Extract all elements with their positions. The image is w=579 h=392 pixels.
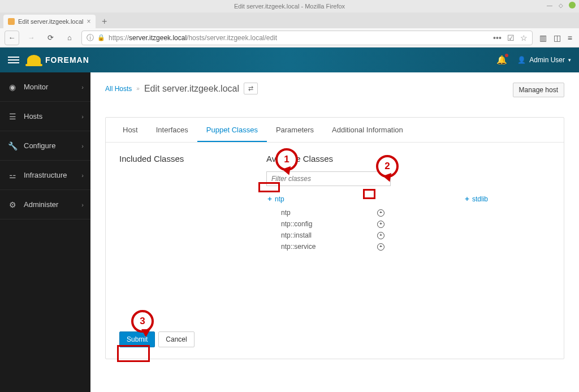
sidebar-item-label: Administer bbox=[24, 200, 58, 209]
subclass-row: ntp::service + bbox=[281, 241, 384, 252]
sidebar-item-monitor[interactable]: ◉ Monitor › bbox=[0, 72, 90, 102]
class-group-label: ntp bbox=[275, 195, 284, 203]
subclass-label: ntp::install bbox=[281, 230, 321, 241]
brand-text: FOREMAN bbox=[45, 55, 89, 64]
url-text: https://server.itzgeek.local/hosts/serve… bbox=[109, 34, 277, 42]
forward-button[interactable]: → bbox=[24, 31, 38, 45]
subclass-row: ntp::install + bbox=[281, 230, 384, 241]
add-class-button[interactable]: + bbox=[377, 232, 384, 239]
lock-icon: 🔒 bbox=[97, 34, 105, 41]
tab-close-icon[interactable]: × bbox=[87, 18, 91, 25]
tab-interfaces[interactable]: Interfaces bbox=[147, 118, 197, 142]
chevron-right-icon: › bbox=[81, 172, 84, 179]
tab-additional-info[interactable]: Additional Information bbox=[323, 118, 412, 142]
manage-host-button[interactable]: Manage host bbox=[513, 83, 564, 97]
sidebar-item-label: Infrastructure bbox=[24, 171, 67, 179]
filter-classes-input[interactable] bbox=[266, 171, 391, 186]
plus-icon: ＋ bbox=[464, 194, 470, 204]
sidebar-item-infrastructure[interactable]: ⚍ Infrastructure › bbox=[0, 161, 90, 190]
new-tab-button[interactable]: + bbox=[98, 15, 111, 28]
wrench-icon: 🔧 bbox=[8, 141, 17, 150]
available-classes-column: Available Classes ＋ ntp ntp + bbox=[266, 154, 550, 307]
reload-button[interactable]: ⟳ bbox=[43, 31, 58, 45]
sidebar-item-label: Monitor bbox=[24, 83, 48, 91]
browser-tabstrip: Edit server.itzgeek.local × + bbox=[0, 12, 579, 28]
chevron-right-icon: › bbox=[81, 113, 84, 120]
breadcrumb-parent-link[interactable]: All Hosts bbox=[105, 85, 132, 93]
site-info-icon[interactable]: ⓘ bbox=[87, 33, 94, 43]
brand-logo[interactable]: FOREMAN bbox=[27, 55, 89, 65]
switch-breadcrumb-button[interactable]: ⇄ bbox=[244, 83, 258, 94]
browser-toolbar: ← → ⟳ ⌂ ⓘ 🔒 https://server.itzgeek.local… bbox=[0, 28, 579, 48]
add-class-button[interactable]: + bbox=[377, 221, 384, 228]
tabs: Host Interfaces Puppet Classes Parameter… bbox=[106, 118, 564, 143]
window-minimize-icon[interactable]: — bbox=[546, 2, 553, 8]
url-bar[interactable]: ⓘ 🔒 https://server.itzgeek.local/hosts/s… bbox=[81, 31, 533, 45]
tab-puppet-classes[interactable]: Puppet Classes bbox=[197, 118, 267, 142]
gear-icon: ⚙ bbox=[8, 200, 17, 209]
cancel-button[interactable]: Cancel bbox=[158, 331, 194, 347]
subclass-row: ntp + bbox=[281, 207, 384, 218]
tab-host[interactable]: Host bbox=[114, 118, 147, 142]
nav-toggle-button[interactable] bbox=[8, 55, 19, 65]
sidebar-item-label: Hosts bbox=[24, 112, 42, 120]
breadcrumb: All Hosts » Edit server.itzgeek.local ⇄ bbox=[105, 83, 513, 94]
included-classes-heading: Included Classes bbox=[119, 154, 232, 163]
sidebar-item-label: Configure bbox=[24, 141, 55, 150]
class-group-label: stdlib bbox=[472, 195, 488, 203]
expand-ntp-link[interactable]: ＋ ntp bbox=[266, 194, 284, 204]
library-icon[interactable]: ▥ bbox=[539, 33, 547, 42]
host-edit-card: Host Interfaces Puppet Classes Parameter… bbox=[105, 117, 564, 359]
plus-icon: ＋ bbox=[266, 194, 273, 204]
tab-parameters[interactable]: Parameters bbox=[267, 118, 323, 142]
subclass-row: ntp::config + bbox=[281, 218, 384, 230]
chevron-right-icon: › bbox=[81, 84, 84, 91]
sidebar-item-hosts[interactable]: ☰ Hosts › bbox=[0, 102, 90, 131]
chevron-right-icon: › bbox=[81, 143, 84, 149]
home-button[interactable]: ⌂ bbox=[62, 31, 77, 45]
page-actions-icon[interactable]: ••• bbox=[493, 33, 502, 42]
add-class-button[interactable]: + bbox=[377, 209, 384, 217]
user-menu[interactable]: 👤 Admin User ▾ bbox=[517, 56, 571, 64]
sidebar-item-administer[interactable]: ⚙ Administer › bbox=[0, 190, 90, 219]
sidebar-toggle-icon[interactable]: ◫ bbox=[554, 33, 561, 42]
add-class-button[interactable]: + bbox=[377, 243, 384, 251]
subclass-label: ntp::service bbox=[281, 241, 321, 252]
tab-title: Edit server.itzgeek.local bbox=[18, 18, 84, 25]
subclass-label: ntp bbox=[281, 207, 321, 218]
browser-menu-icon[interactable]: ≡ bbox=[568, 33, 572, 42]
class-group-stdlib: ＋ stdlib bbox=[464, 194, 488, 252]
network-icon: ⚍ bbox=[8, 171, 17, 180]
subclass-label: ntp::config bbox=[281, 218, 321, 230]
chevron-down-icon: ▾ bbox=[568, 57, 571, 63]
bookmark-icon[interactable]: ☆ bbox=[520, 33, 528, 42]
sidebar-item-configure[interactable]: 🔧 Configure › bbox=[0, 131, 90, 161]
dashboard-icon: ◉ bbox=[8, 83, 17, 92]
sidebar: ◉ Monitor › ☰ Hosts › 🔧 Configure › ⚍ In… bbox=[0, 72, 90, 392]
back-button[interactable]: ← bbox=[5, 31, 19, 45]
tab-favicon-icon bbox=[8, 18, 15, 25]
breadcrumb-separator: » bbox=[136, 85, 140, 92]
app-header: FOREMAN 🔔 👤 Admin User ▾ bbox=[0, 48, 579, 72]
notifications-icon[interactable]: 🔔 bbox=[496, 55, 507, 65]
window-title: Edit server.itzgeek.local - Mozilla Fire… bbox=[234, 3, 345, 10]
submit-button[interactable]: Submit bbox=[119, 331, 155, 347]
expand-stdlib-link[interactable]: ＋ stdlib bbox=[464, 194, 488, 204]
reader-icon[interactable]: ☑ bbox=[507, 33, 515, 42]
available-classes-heading: Available Classes bbox=[266, 154, 550, 163]
window-maximize-icon[interactable]: ◇ bbox=[558, 2, 564, 8]
browser-tab[interactable]: Edit server.itzgeek.local × bbox=[3, 15, 96, 28]
form-actions: Submit Cancel bbox=[106, 324, 564, 359]
class-group-ntp: ＋ ntp ntp + ntp::config + bbox=[266, 194, 384, 252]
user-icon: 👤 bbox=[517, 56, 526, 64]
server-icon: ☰ bbox=[8, 112, 17, 121]
window-close-icon[interactable] bbox=[569, 2, 576, 8]
main-content: Manage host All Hosts » Edit server.itzg… bbox=[90, 72, 579, 392]
included-classes-column: Included Classes bbox=[119, 154, 232, 307]
user-label: Admin User bbox=[529, 56, 565, 64]
page-title: Edit server.itzgeek.local bbox=[144, 84, 239, 94]
chevron-right-icon: › bbox=[81, 201, 84, 208]
window-titlebar: Edit server.itzgeek.local - Mozilla Fire… bbox=[0, 0, 579, 12]
hardhat-icon bbox=[27, 55, 41, 65]
